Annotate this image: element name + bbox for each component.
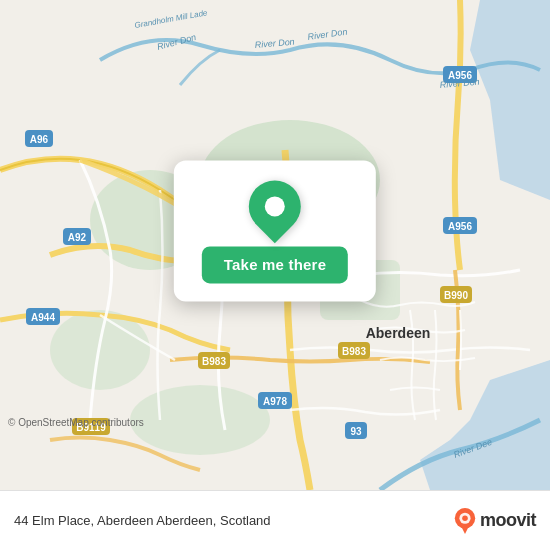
moovit-logo: moovit xyxy=(454,508,536,534)
pin-inner xyxy=(261,192,289,220)
svg-point-42 xyxy=(462,515,468,521)
svg-text:A956: A956 xyxy=(448,221,472,232)
svg-marker-40 xyxy=(459,522,470,533)
svg-text:A944: A944 xyxy=(31,312,55,323)
svg-text:Aberdeen: Aberdeen xyxy=(366,325,431,341)
moovit-name: moovit xyxy=(480,510,536,531)
bottom-bar: 44 Elm Place, Aberdeen Aberdeen, Scotlan… xyxy=(0,490,550,550)
osm-credit: © OpenStreetMap contributors xyxy=(8,417,144,428)
svg-text:A978: A978 xyxy=(263,396,287,407)
address-text: 44 Elm Place, Aberdeen Aberdeen, Scotlan… xyxy=(14,513,454,528)
svg-text:B983: B983 xyxy=(202,356,226,367)
svg-text:93: 93 xyxy=(350,426,362,437)
svg-point-7 xyxy=(130,385,270,455)
svg-text:A92: A92 xyxy=(68,232,87,243)
take-me-there-button[interactable]: Take me there xyxy=(202,246,348,283)
moovit-pin-icon xyxy=(454,508,476,534)
svg-text:A96: A96 xyxy=(30,134,49,145)
svg-text:B983: B983 xyxy=(342,346,366,357)
map-container: A96 A92 A944 A978 A978 A956 A956 B990 B9… xyxy=(0,0,550,490)
svg-text:B990: B990 xyxy=(444,290,468,301)
location-pin-icon xyxy=(238,170,312,244)
overlay-card: Take me there xyxy=(174,160,376,301)
